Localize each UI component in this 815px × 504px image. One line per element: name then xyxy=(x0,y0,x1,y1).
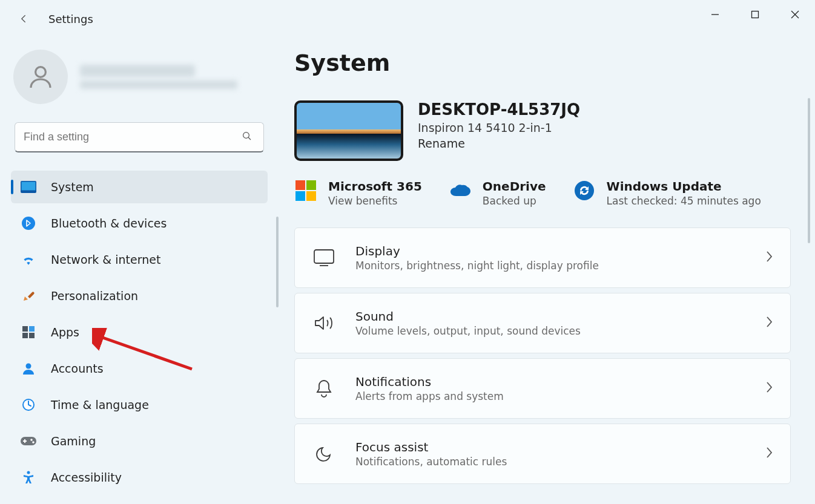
setting-subtitle: Alerts from apps and system xyxy=(355,390,745,402)
sidebar-item-label: Gaming xyxy=(51,434,96,448)
wifi-icon xyxy=(21,252,36,267)
chevron-right-icon xyxy=(765,381,773,396)
personalization-icon xyxy=(21,288,36,304)
titlebar: Settings xyxy=(0,0,815,38)
sidebar-item-gaming[interactable]: Gaming xyxy=(11,425,268,457)
microsoft-logo-icon xyxy=(294,179,317,202)
bluetooth-icon xyxy=(21,215,36,231)
sidebar-item-label: Bluetooth & devices xyxy=(51,217,167,230)
setting-item-sound[interactable]: Sound Volume levels, output, input, soun… xyxy=(294,293,791,353)
sidebar-item-network-internet[interactable]: Network & internet xyxy=(11,243,268,276)
page-title: System xyxy=(294,50,791,76)
chevron-right-icon xyxy=(765,250,773,266)
svg-rect-13 xyxy=(29,333,35,338)
focus-assist-icon xyxy=(312,442,336,466)
status-subtitle: Last checked: 45 minutes ago xyxy=(607,195,761,207)
status-card-onedrive[interactable]: OneDrive Backed up xyxy=(449,179,546,207)
sidebar-item-bluetooth-devices[interactable]: Bluetooth & devices xyxy=(11,207,268,240)
user-card[interactable] xyxy=(13,50,268,104)
sidebar-item-label: Apps xyxy=(51,326,79,339)
setting-title: Notifications xyxy=(355,375,745,389)
system-icon xyxy=(21,179,36,195)
window-controls xyxy=(695,0,815,29)
sidebar-item-accessibility[interactable]: Accessibility xyxy=(11,461,268,494)
minimize-button[interactable] xyxy=(695,0,735,29)
setting-subtitle: Volume levels, output, input, sound devi… xyxy=(355,325,745,337)
svg-rect-10 xyxy=(22,326,28,332)
sidebar-nav: System Bluetooth & devices Network & int… xyxy=(11,171,268,494)
status-card-windows-update[interactable]: Windows Update Last checked: 45 minutes … xyxy=(573,179,761,207)
setting-subtitle: Monitors, brightness, night light, displ… xyxy=(355,260,745,272)
notifications-icon xyxy=(312,376,336,401)
maximize-button[interactable] xyxy=(735,0,775,29)
svg-point-20 xyxy=(27,471,30,474)
desktop-wallpaper-thumbnail xyxy=(294,100,403,161)
svg-point-18 xyxy=(30,439,33,441)
user-name-blurred xyxy=(80,65,237,89)
svg-point-19 xyxy=(32,441,35,443)
device-model: Inspiron 14 5410 2-in-1 xyxy=(418,121,580,134)
setting-title: Display xyxy=(355,244,745,258)
search-icon xyxy=(242,131,252,144)
device-summary: DESKTOP-4L537JQ Inspiron 14 5410 2-in-1 … xyxy=(294,100,791,161)
status-subtitle: View benefits xyxy=(328,195,422,207)
setting-title: Focus assist xyxy=(355,440,745,454)
status-title: Windows Update xyxy=(607,179,761,194)
accessibility-icon xyxy=(21,470,36,485)
svg-line-6 xyxy=(248,137,251,140)
sidebar-item-time-language[interactable]: Time & language xyxy=(11,388,268,421)
windows-update-icon xyxy=(573,179,596,202)
sidebar-item-label: Time & language xyxy=(51,398,149,411)
svg-point-21 xyxy=(575,181,594,200)
time-language-icon xyxy=(21,397,36,413)
sidebar-item-label: Accessibility xyxy=(51,471,122,484)
display-icon xyxy=(312,246,336,270)
sidebar-item-label: System xyxy=(51,180,94,194)
status-subtitle: Backed up xyxy=(483,195,546,207)
device-name: DESKTOP-4L537JQ xyxy=(418,100,580,119)
sound-icon xyxy=(312,311,336,335)
sidebar: System Bluetooth & devices Network & int… xyxy=(0,38,279,504)
status-card-microsoft365[interactable]: Microsoft 365 View benefits xyxy=(294,179,422,207)
svg-rect-12 xyxy=(22,333,28,338)
rename-link[interactable]: Rename xyxy=(418,137,580,150)
avatar xyxy=(13,50,68,104)
setting-item-display[interactable]: Display Monitors, brightness, night ligh… xyxy=(294,227,791,288)
sidebar-item-apps[interactable]: Apps xyxy=(11,316,268,349)
sidebar-item-system[interactable]: System xyxy=(11,171,268,203)
svg-rect-22 xyxy=(314,250,334,263)
main-content: System DESKTOP-4L537JQ Inspiron 14 5410 … xyxy=(279,38,815,504)
accounts-icon xyxy=(21,361,36,376)
close-button[interactable] xyxy=(775,0,815,29)
search-box[interactable] xyxy=(15,122,264,152)
svg-point-5 xyxy=(243,132,249,138)
chevron-right-icon xyxy=(765,446,773,462)
sidebar-item-label: Personalization xyxy=(51,289,138,303)
svg-point-14 xyxy=(26,364,31,369)
apps-icon xyxy=(21,324,36,340)
svg-point-4 xyxy=(36,67,46,77)
sidebar-item-label: Network & internet xyxy=(51,253,160,266)
status-row: Microsoft 365 View benefits OneDrive Bac… xyxy=(294,179,791,207)
sidebar-item-accounts[interactable]: Accounts xyxy=(11,352,268,385)
svg-rect-8 xyxy=(22,182,36,191)
setting-list: Display Monitors, brightness, night ligh… xyxy=(294,227,791,484)
svg-rect-17 xyxy=(21,437,36,445)
setting-item-notifications[interactable]: Notifications Alerts from apps and syste… xyxy=(294,358,791,419)
setting-subtitle: Notifications, automatic rules xyxy=(355,456,745,468)
svg-point-9 xyxy=(22,217,35,230)
sidebar-item-label: Accounts xyxy=(51,362,104,375)
main-scrollbar[interactable] xyxy=(808,98,810,243)
window-title: Settings xyxy=(48,13,93,25)
setting-item-focus-assist[interactable]: Focus assist Notifications, automatic ru… xyxy=(294,424,791,484)
search-input[interactable] xyxy=(24,131,255,143)
chevron-right-icon xyxy=(765,315,773,331)
back-button[interactable] xyxy=(12,7,36,31)
onedrive-icon xyxy=(449,179,472,202)
setting-title: Sound xyxy=(355,309,745,324)
svg-rect-11 xyxy=(29,326,35,332)
status-title: OneDrive xyxy=(483,179,546,194)
svg-rect-1 xyxy=(752,11,759,18)
gaming-icon xyxy=(21,433,36,449)
sidebar-item-personalization[interactable]: Personalization xyxy=(11,280,268,312)
